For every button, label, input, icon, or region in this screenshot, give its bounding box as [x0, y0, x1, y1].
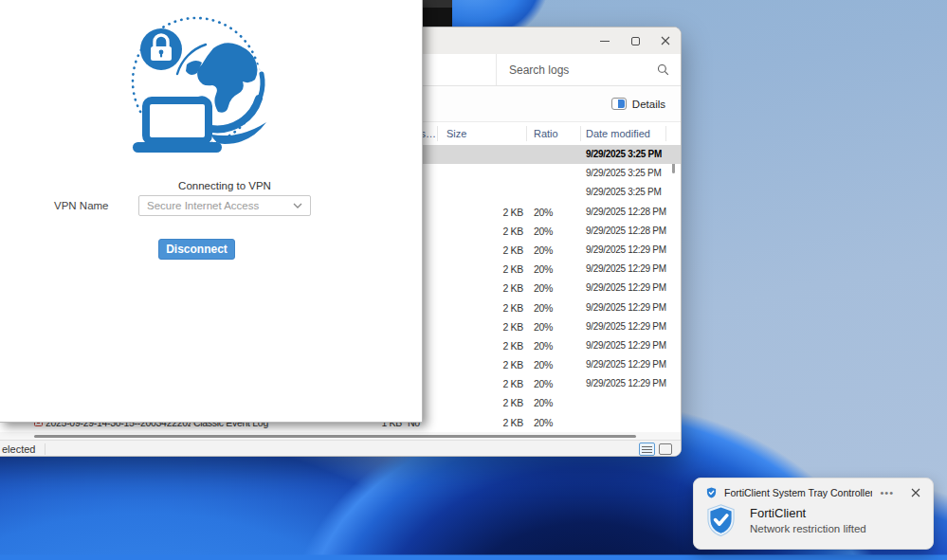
vpn-name-value: Secure Internet Access — [147, 200, 293, 211]
column-header-size[interactable]: Size — [438, 126, 527, 141]
maximize-button[interactable] — [620, 27, 650, 54]
cell-ratio: 20% — [527, 317, 581, 336]
toast-close-button[interactable] — [911, 488, 920, 497]
cell-ratio: 20% — [527, 222, 581, 241]
cell-size: 2 KB — [438, 393, 527, 412]
cell-date: 9/29/2025 3:25 PM — [581, 164, 666, 183]
horizontal-scrollbar-thumb[interactable] — [34, 435, 636, 438]
cell-date: 9/29/2025 12:29 PM — [581, 355, 666, 374]
cell-date: 9/29/2025 12:28 PM — [581, 203, 666, 222]
cell-size: 2 KB — [438, 241, 527, 260]
cell-ratio: 20% — [527, 298, 581, 317]
cell-ratio: 20% — [527, 336, 581, 355]
cell-ratio — [527, 164, 581, 183]
search-input[interactable] — [509, 63, 657, 77]
minimize-button[interactable] — [590, 27, 620, 54]
cell-size: 2 KB — [438, 374, 527, 393]
cell-size — [438, 164, 527, 183]
statusbar-divider — [45, 443, 46, 455]
terminal-window-sliver[interactable] — [423, 0, 452, 27]
cell-ratio: 20% — [527, 241, 581, 260]
horizontal-scrollbar-track[interactable] — [0, 432, 681, 440]
thumbnail-view-button[interactable] — [659, 443, 672, 455]
column-header-ratio[interactable]: Ratio — [527, 126, 581, 141]
cell-date: 9/29/2025 3:25 PM — [581, 145, 666, 164]
cell-date: 9/29/2025 12:29 PM — [581, 279, 666, 298]
vpn-name-select[interactable]: Secure Internet Access — [138, 195, 311, 216]
close-button[interactable] — [650, 27, 681, 54]
cell-size: 2 KB — [438, 298, 527, 317]
cell-ratio: 20% — [527, 413, 581, 432]
forticlient-shield-icon — [706, 504, 736, 536]
details-toggle-button[interactable]: Details — [604, 93, 673, 115]
cell-date: 9/29/2025 12:29 PM — [581, 317, 666, 336]
cell-ratio: 20% — [527, 260, 581, 279]
cell-ratio: 20% — [527, 374, 581, 393]
lock-icon — [140, 28, 182, 70]
vpn-globe-illustration — [100, 6, 318, 172]
cell-size: 2 KB — [438, 317, 527, 336]
cell-ratio — [527, 145, 581, 164]
cell-date: 9/29/2025 12:28 PM — [581, 222, 666, 241]
chevron-down-icon — [293, 203, 302, 208]
cell-date — [581, 393, 666, 412]
cell-ratio: 20% — [527, 203, 581, 222]
details-label: Details — [632, 99, 665, 110]
cell-date: 9/29/2025 3:25 PM — [581, 183, 666, 202]
cell-size: 2 KB — [438, 222, 527, 241]
vpn-name-label: VPN Name — [54, 200, 109, 211]
column-header-date[interactable]: Date modified — [581, 126, 666, 141]
forticlient-shield-small-icon — [706, 487, 717, 498]
cell-date: 9/29/2025 12:29 PM — [581, 336, 666, 355]
toast-app-title: FortiClient System Tray Controller — [724, 487, 872, 498]
cell-date: 9/29/2025 12:29 PM — [581, 260, 666, 279]
cell-size — [438, 145, 527, 164]
disconnect-button[interactable]: Disconnect — [158, 239, 235, 260]
details-view-button[interactable] — [639, 443, 655, 456]
toast-title: FortiClient — [750, 506, 866, 520]
cell-size: 2 KB — [438, 336, 527, 355]
close-icon — [911, 488, 920, 497]
cell-size: 2 KB — [438, 355, 527, 374]
cell-ratio — [527, 183, 581, 202]
cell-ratio: 20% — [527, 355, 581, 374]
minimize-icon — [600, 41, 610, 42]
vpn-status-text: Connecting to VPN — [139, 180, 310, 191]
cell-size: 2 KB — [438, 279, 527, 298]
search-icon — [657, 63, 669, 76]
toast-message: Network restriction lifted — [750, 523, 866, 534]
search-box[interactable] — [497, 54, 681, 85]
toast-more-options-icon[interactable]: ••• — [880, 487, 894, 498]
vpn-client-window: Connecting to VPN VPN Name Secure Intern… — [0, 0, 423, 423]
cell-size — [438, 183, 527, 202]
cell-date: 9/29/2025 12:29 PM — [581, 374, 666, 393]
explorer-statusbar: elected — [0, 440, 681, 457]
cell-ratio: 20% — [527, 393, 581, 412]
cell-size: 2 KB — [438, 203, 527, 222]
maximize-icon — [631, 37, 640, 45]
cell-date: 9/29/2025 12:29 PM — [581, 298, 666, 317]
cell-size: 2 KB — [438, 413, 527, 432]
close-icon — [661, 36, 670, 45]
toast-notification[interactable]: FortiClient System Tray Controller ••• F… — [693, 478, 934, 550]
cell-size: 2 KB — [438, 260, 527, 279]
cell-date: 9/29/2025 12:29 PM — [581, 241, 666, 260]
cell-ratio: 20% — [527, 279, 581, 298]
cell-date — [581, 413, 666, 432]
details-pane-icon — [611, 98, 627, 110]
selection-status-text: elected — [2, 443, 35, 455]
laptop-icon — [133, 100, 222, 153]
